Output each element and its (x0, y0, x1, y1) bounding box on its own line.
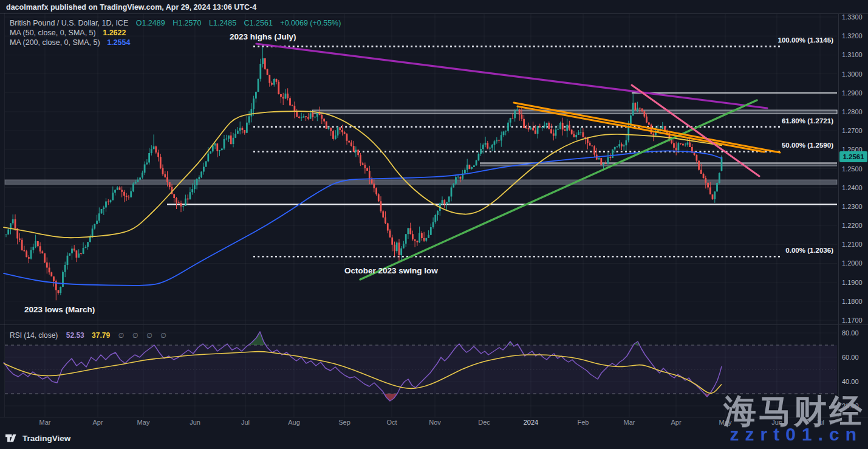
candle-bodies-down (15, 58, 714, 293)
last-price-badge: 1.2561 (839, 151, 867, 162)
fib-label-2: 50.00% (1.2590) (782, 142, 833, 149)
time-axis-label-oct: Oct (380, 419, 404, 426)
price-axis-label: 1.2000 (842, 259, 863, 267)
published-line: dacolmanfx published on TradingView.com,… (6, 3, 256, 12)
rsi-axis-label: 60.00 (842, 354, 859, 361)
ohlc-high: H1.2570 (173, 19, 201, 27)
symbol-legend[interactable]: British Pound / U.S. Dollar, 1D, ICE O1.… (10, 19, 341, 27)
price-axis-label: 1.2700 (842, 127, 863, 134)
time-axis-label-jun: Jun (183, 419, 207, 426)
rsi-ma-value: 37.79 (92, 331, 110, 340)
ma200-label: MA (200, close, 0, SMA, 5) (10, 38, 100, 47)
time-axis-label-jul: Jul (233, 419, 258, 426)
time-axis-label-2024: 2024 (519, 419, 543, 426)
rsi-empty-values: ∅ ∅ ∅ ∅ (118, 332, 169, 339)
time-axis-label-apr: Apr (664, 419, 688, 426)
price-axis-label: 1.1900 (842, 279, 863, 286)
time-axis-label-may: May (131, 419, 155, 426)
fib-label-0: 100.00% (1.3145) (778, 36, 833, 44)
tradingview-logo[interactable]: TradingView (5, 434, 70, 443)
ohlc-open: O1.2489 (136, 19, 165, 27)
time-axis-label-aug: Aug (282, 419, 306, 426)
price-axis-label: 1.3200 (842, 32, 863, 39)
price-axis-label: 1.2500 (842, 165, 863, 173)
time-axis-label-nov: Nov (423, 419, 447, 426)
brand-name: TradingView (22, 434, 70, 443)
ma50-legend[interactable]: MA (50, close, 0, SMA, 5) 1.2622 (10, 29, 126, 37)
price-axis-label: 1.3000 (842, 70, 863, 78)
ma50-value: 1.2622 (103, 29, 126, 37)
chart-canvas[interactable] (0, 0, 868, 449)
ohlc-low: L1.2485 (209, 19, 236, 27)
candle-wicks-up (6, 47, 722, 295)
candle-bodies-up (5, 58, 723, 293)
rsi-legend[interactable]: RSI (14, close) 52.53 37.79 ∅ ∅ ∅ ∅ (10, 331, 169, 340)
ma50-label: MA (50, close, 0, SMA, 5) (10, 29, 96, 37)
rsi-label: RSI (14, close) (10, 331, 58, 340)
tradingview-chart-app: dacolmanfx published on TradingView.com,… (0, 0, 868, 449)
ma200-value: 1.2554 (107, 38, 130, 47)
rsi-axis-label: 40.00 (842, 378, 859, 385)
ma50-line (4, 111, 722, 238)
price-axis-label: 1.2900 (842, 89, 863, 97)
symbol-title: British Pound / U.S. Dollar, 1D, ICE (10, 19, 128, 27)
price-axis-label: 1.3300 (842, 13, 863, 21)
price-axis-label: 1.2100 (842, 241, 863, 248)
time-axis-label-dec: Dec (472, 419, 496, 426)
rsi-value: 52.53 (66, 331, 84, 340)
price-axis-label: 1.2300 (842, 203, 863, 210)
change-value: +0.0069 (+0.55%) (280, 19, 341, 27)
annotation-oct-swing-low: October 2023 swing low (344, 266, 438, 275)
zone-1.2440 (5, 180, 837, 184)
price-axis-label: 1.1800 (842, 298, 863, 305)
descending-purple (256, 44, 767, 108)
time-axis-label-mar: Mar (33, 419, 57, 426)
price-axis-label: 1.3100 (842, 51, 863, 58)
ma200-line (4, 151, 722, 286)
fib-label-3: 0.00% (1.2036) (785, 247, 833, 254)
zone-1.2510 (480, 165, 837, 166)
price-axis-label: 1.2200 (842, 222, 863, 229)
time-axis-label-apr: Apr (86, 419, 110, 426)
annotation-2023-lows: 2023 lows (March) (24, 305, 95, 314)
rsi-axis-label: 80.00 (842, 329, 859, 337)
ohlc-close: C1.2561 (244, 19, 273, 27)
time-axis-label-feb: Feb (571, 419, 595, 426)
watermark-url: zzrt01.cn (730, 424, 863, 445)
ma200-legend[interactable]: MA (200, close, 0, SMA, 5) 1.2554 (10, 38, 130, 47)
price-axis-label: 1.2800 (842, 108, 863, 115)
price-axis-label: 1.2400 (842, 184, 863, 191)
annotation-2023-highs: 2023 highs (July) (230, 32, 296, 41)
tradingview-icon (5, 434, 18, 443)
time-axis-label-mar: Mar (617, 419, 641, 426)
zone-1.2800 (312, 110, 837, 114)
price-axis-label: 1.1700 (842, 317, 863, 324)
fib-label-1: 61.80% (1.2721) (782, 117, 833, 125)
time-axis-label-sep: Sep (332, 419, 357, 426)
